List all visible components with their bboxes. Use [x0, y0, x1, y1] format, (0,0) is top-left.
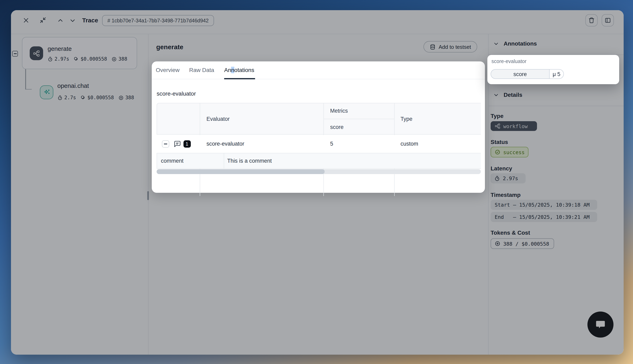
tab-annotations[interactable]: Annotations [224, 67, 254, 73]
col-metrics: Metrics [330, 108, 348, 114]
comment-value: This is a comment [227, 158, 272, 164]
annotation-evaluator-label: score-evaluator [492, 58, 526, 64]
cell-evaluator: score-evaluator [206, 141, 244, 147]
comment-row: comment This is a comment [156, 153, 481, 168]
cell-score: 5 [330, 141, 333, 147]
comment-key: comment [161, 158, 184, 164]
annotation-popover: score-evaluator score μ 5 [487, 55, 619, 84]
col-type: Type [400, 116, 412, 122]
evaluator-section-title: score-evaluator [156, 90, 196, 97]
collapse-row-button[interactable] [162, 140, 169, 148]
scrollbar-thumb[interactable] [156, 169, 324, 174]
active-tab-underline [224, 78, 255, 79]
span-detail-card: Overview Raw Data Annotations score-eval… [152, 62, 485, 193]
comment-icon[interactable] [174, 140, 181, 148]
annotations-table: Evaluator Metrics score Type 1 score-eva… [156, 103, 481, 229]
table-row: 1 score-evaluator 5 custom [156, 135, 481, 153]
annotation-score-control[interactable]: score μ 5 [490, 69, 564, 79]
comment-count-badge[interactable]: 1 [183, 140, 190, 148]
screen: Trace # 1cbb70e7-34a1-7bb7-3498-771b7d46… [0, 0, 633, 364]
tab-bar: Overview Raw Data Annotations [152, 62, 485, 79]
metric-name-segment[interactable]: score [490, 69, 549, 79]
tab-overview[interactable]: Overview [156, 67, 180, 73]
text-selection: n [231, 67, 234, 73]
metric-value-segment[interactable]: μ 5 [549, 69, 564, 79]
horizontal-scrollbar [156, 169, 481, 174]
col-evaluator: Evaluator [206, 116, 230, 122]
tab-raw-data[interactable]: Raw Data [189, 67, 214, 73]
table-header [156, 103, 481, 134]
trace-drawer: Trace # 1cbb70e7-34a1-7bb7-3498-771b7d46… [11, 10, 624, 355]
col-metric-score: score [330, 124, 344, 130]
cell-type: custom [400, 141, 418, 147]
